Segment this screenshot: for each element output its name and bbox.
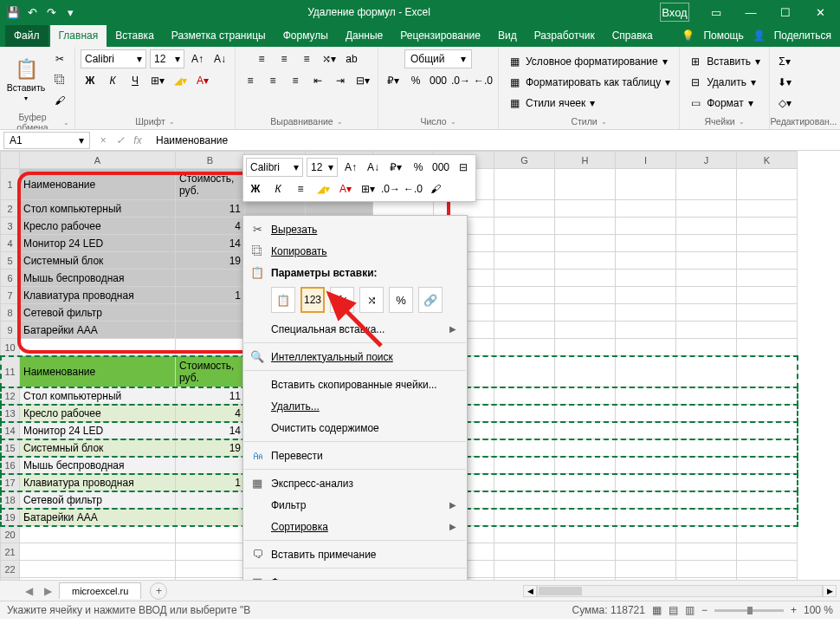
horizontal-scrollbar[interactable]: ◀▶ xyxy=(171,585,840,597)
tab-layout[interactable]: Разметка страницы xyxy=(163,25,275,47)
worksheet-grid[interactable]: ABCDEFGHIJK1 Наименование Стоимость, руб… xyxy=(0,151,840,580)
row-header[interactable]: 11 xyxy=(1,356,20,387)
row-header[interactable]: 20 xyxy=(1,526,20,543)
col-header[interactable]: H xyxy=(555,152,616,169)
col-header[interactable]: B xyxy=(176,152,245,169)
align-right-icon[interactable]: ≡ xyxy=(286,71,305,90)
tab-data[interactable]: Данные xyxy=(337,25,391,47)
row-header[interactable]: 9 xyxy=(1,322,20,339)
row-header[interactable]: 22 xyxy=(1,561,20,578)
ctx-delete[interactable]: Удалить... xyxy=(243,395,467,417)
zoom-out-icon[interactable]: − xyxy=(701,604,708,616)
name-box[interactable]: A1▾ xyxy=(3,132,90,149)
tab-nav-next-icon[interactable]: ▶ xyxy=(40,585,55,597)
percent-icon[interactable]: % xyxy=(406,71,425,90)
row-header[interactable]: 19 xyxy=(1,509,20,526)
font-name-box[interactable]: Calibri▾ xyxy=(81,49,146,68)
insert-cells-button[interactable]: ⊞Вставить▾ xyxy=(685,52,764,71)
ctx-copy[interactable]: ⿻Копировать xyxy=(243,240,467,262)
row-header[interactable]: 1 xyxy=(1,169,20,200)
tab-home[interactable]: Главная xyxy=(50,25,107,47)
italic-button[interactable]: К xyxy=(103,71,122,90)
mini-border-icon[interactable]: ⊞▾ xyxy=(359,179,378,198)
paste-values-icon[interactable]: 123 xyxy=(300,287,325,313)
view-pagebreak-icon[interactable]: ▥ xyxy=(685,604,695,616)
bold-button[interactable]: Ж xyxy=(81,71,100,90)
grow-font-icon[interactable]: A↑ xyxy=(188,49,207,68)
col-header[interactable]: G xyxy=(494,152,555,169)
tell-me-icon[interactable]: 💡 xyxy=(682,29,695,42)
zoom-level[interactable]: 100 % xyxy=(804,604,833,616)
format-painter-icon[interactable]: 🖌 xyxy=(50,91,69,110)
ctx-translate[interactable]: 🗛Перевести xyxy=(243,445,467,466)
mini-inc-decimal-icon[interactable]: .0→ xyxy=(381,179,400,198)
fill-icon[interactable]: ⬇▾ xyxy=(775,73,794,92)
redo-icon[interactable]: ↷ xyxy=(43,4,59,20)
cancel-icon[interactable]: × xyxy=(95,134,111,146)
align-middle-icon[interactable]: ≡ xyxy=(275,49,294,68)
align-left-icon[interactable]: ≡ xyxy=(241,71,260,90)
fx-icon[interactable]: fx xyxy=(130,134,145,146)
ctx-insert-copied[interactable]: Вставить скопированные ячейки... xyxy=(243,374,467,395)
paste-transpose-icon[interactable]: ⤭ xyxy=(359,287,384,313)
border-button[interactable]: ⊞▾ xyxy=(148,71,167,90)
ctx-paste-special[interactable]: Специальная вставка...▶ xyxy=(243,318,467,340)
copy-icon[interactable]: ⿻ xyxy=(50,70,69,89)
col-header[interactable]: K xyxy=(737,152,798,169)
tab-insert[interactable]: Вставка xyxy=(107,25,163,47)
tab-help[interactable]: Справка xyxy=(604,25,662,47)
tell-me-label[interactable]: Помощь xyxy=(703,29,743,42)
ctx-filter[interactable]: Фильтр▶ xyxy=(243,494,467,516)
save-icon[interactable]: 💾 xyxy=(5,4,21,20)
mini-shrink-font-icon[interactable]: A↓ xyxy=(364,158,383,177)
underline-button[interactable]: Ч xyxy=(126,71,145,90)
tab-nav-prev-icon[interactable]: ◀ xyxy=(21,585,36,597)
paste-link-icon[interactable]: 🔗 xyxy=(418,287,443,313)
row-header[interactable]: 8 xyxy=(1,304,20,322)
indent-decrease-icon[interactable]: ⇤ xyxy=(308,71,327,90)
mini-currency-icon[interactable]: ₽▾ xyxy=(386,158,405,177)
row-header[interactable]: 5 xyxy=(1,252,20,270)
enter-icon[interactable]: ✓ xyxy=(113,134,128,146)
row-header[interactable]: 15 xyxy=(1,439,20,457)
clear-icon[interactable]: ◇▾ xyxy=(775,94,794,113)
row-header[interactable]: 21 xyxy=(1,543,20,561)
font-color-button[interactable]: A▾ xyxy=(193,71,212,90)
cell-styles-button[interactable]: ▦Стили ячеек▾ xyxy=(504,94,674,113)
row-header[interactable]: 13 xyxy=(1,405,20,422)
mini-grow-font-icon[interactable]: A↑ xyxy=(341,158,360,177)
row-header[interactable]: 10 xyxy=(1,339,20,356)
minimize-icon[interactable]: — xyxy=(736,3,766,22)
mini-fill-color-icon[interactable]: ◢▾ xyxy=(313,179,333,198)
format-cells-button[interactable]: ▭Формат▾ xyxy=(685,94,764,113)
font-size-box[interactable]: 12▾ xyxy=(150,49,184,68)
ctx-insert-comment[interactable]: 🗨Вставить примечание xyxy=(243,543,467,565)
col-header[interactable]: I xyxy=(616,152,676,169)
row-header[interactable]: 23 xyxy=(1,578,20,581)
ctx-quick-analysis[interactable]: ▦Экспресс-анализ xyxy=(243,472,467,494)
indent-increase-icon[interactable]: ⇥ xyxy=(331,71,350,90)
zoom-slider[interactable] xyxy=(714,609,784,612)
row-header[interactable]: 14 xyxy=(1,422,20,439)
col-header[interactable]: A xyxy=(20,152,176,169)
maximize-icon[interactable]: ☐ xyxy=(771,3,800,22)
ctx-cut[interactable]: ✂Вырезать xyxy=(243,218,467,240)
mini-align-icon[interactable]: ≡ xyxy=(291,179,310,198)
row-header[interactable]: 7 xyxy=(1,287,20,304)
tab-review[interactable]: Рецензирование xyxy=(391,25,489,47)
increase-decimal-icon[interactable]: .0→ xyxy=(451,71,470,90)
mini-font-color-icon[interactable]: A▾ xyxy=(336,179,355,198)
row-header[interactable]: 3 xyxy=(1,218,20,235)
row-header[interactable]: 18 xyxy=(1,491,20,509)
ctx-smart-lookup[interactable]: 🔍Интеллектуальный поиск xyxy=(243,346,467,367)
decrease-decimal-icon[interactable]: ←.0 xyxy=(474,71,493,90)
mini-italic-button[interactable]: К xyxy=(268,179,288,198)
align-top-icon[interactable]: ≡ xyxy=(252,49,271,68)
zoom-in-icon[interactable]: + xyxy=(791,604,797,616)
fill-color-button[interactable]: ◢▾ xyxy=(171,71,190,90)
mini-merge-icon[interactable]: ⊟ xyxy=(454,158,473,177)
currency-icon[interactable]: ₽▾ xyxy=(384,71,403,90)
mini-comma-icon[interactable]: 000 xyxy=(431,158,450,177)
align-bottom-icon[interactable]: ≡ xyxy=(297,49,316,68)
row-header[interactable]: 16 xyxy=(1,457,20,474)
